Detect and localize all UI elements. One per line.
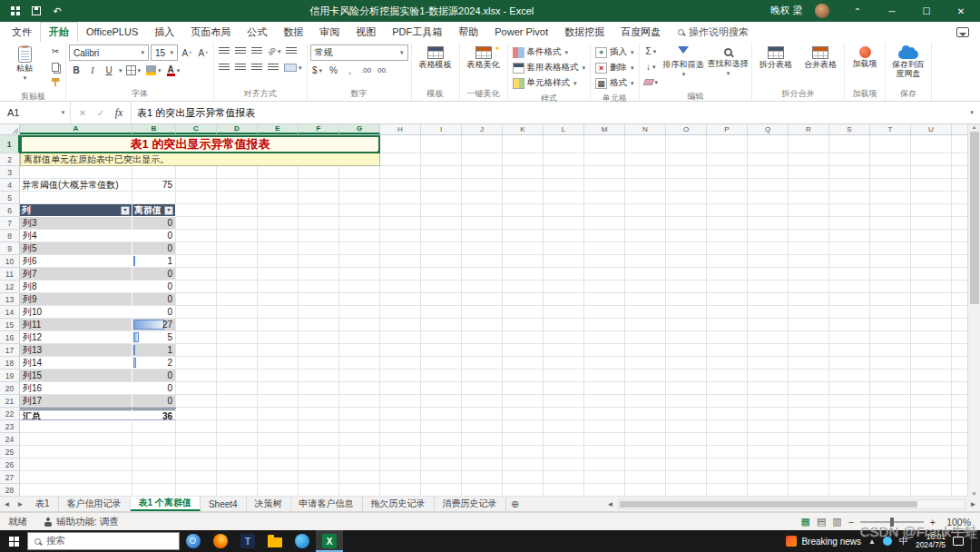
cell-N17[interactable] [625, 344, 666, 357]
formula-bar-expand[interactable]: ▾ [964, 102, 980, 123]
table-header-col[interactable]: 列▾ [20, 204, 132, 217]
cell-P8[interactable] [707, 230, 748, 242]
cell-C23[interactable] [176, 420, 217, 433]
vertical-scroll-thumb[interactable] [970, 132, 979, 304]
cell-G12[interactable] [339, 281, 380, 293]
cell-B23[interactable] [132, 420, 176, 433]
hscroll-track[interactable] [618, 499, 965, 509]
cell-I6[interactable] [421, 204, 462, 217]
cell-J9[interactable] [462, 242, 503, 255]
cell-O18[interactable] [666, 357, 707, 370]
cell-F16[interactable] [299, 331, 339, 344]
cell-G23[interactable] [339, 420, 380, 433]
column-header-A[interactable]: A [20, 124, 132, 134]
cell-F19[interactable] [299, 370, 339, 382]
cell-C19[interactable] [176, 370, 217, 382]
cell-U15[interactable] [911, 319, 952, 331]
cell-U13[interactable] [911, 293, 952, 306]
cell-H5[interactable] [380, 192, 421, 204]
column-header-D[interactable]: D [217, 124, 258, 134]
cell-N22[interactable] [625, 408, 666, 420]
cell-O25[interactable] [666, 446, 707, 458]
cell-U1[interactable] [911, 135, 952, 153]
cell-C6[interactable] [176, 204, 217, 217]
copy-button[interactable] [48, 60, 63, 74]
sheet-tab-Sheet4[interactable]: Sheet4 [201, 497, 247, 511]
filter-button-outliers[interactable]: ▾ [164, 206, 173, 215]
cell-P19[interactable] [707, 370, 748, 382]
cell-U4[interactable] [911, 179, 952, 192]
cell-C5[interactable] [176, 192, 217, 204]
cell-E10[interactable] [258, 255, 299, 268]
comma-style-button[interactable]: , [343, 64, 358, 77]
cell-P11[interactable] [707, 268, 748, 281]
cell-T5[interactable] [870, 192, 911, 204]
cell-R21[interactable] [789, 395, 829, 408]
cell-L28[interactable] [544, 484, 584, 497]
cell-I14[interactable] [421, 306, 462, 319]
cell-D5[interactable] [217, 192, 258, 204]
cell-E20[interactable] [258, 382, 299, 395]
cell-J24[interactable] [462, 433, 503, 446]
row-header-17[interactable]: 17 [0, 344, 20, 357]
delete-cells-button[interactable]: ×删除▾ [593, 60, 636, 75]
table-row-value[interactable]: 27 [132, 319, 176, 331]
filter-button-col[interactable]: ▾ [121, 206, 130, 215]
cell-M28[interactable] [584, 484, 625, 497]
cell-J17[interactable] [462, 344, 503, 357]
cell-L27[interactable] [544, 471, 584, 484]
cell-I28[interactable] [421, 484, 462, 497]
cell-H24[interactable] [380, 433, 421, 446]
shrink-font-button[interactable]: A˅ [196, 46, 211, 60]
cell-J5[interactable] [462, 192, 503, 204]
cell-F26[interactable] [299, 458, 339, 471]
wrap-text-button[interactable] [284, 44, 299, 58]
percent-style-button[interactable]: % [327, 64, 341, 77]
cell-S4[interactable] [829, 179, 870, 192]
table-row-label[interactable]: 列12 [20, 331, 132, 344]
conditional-formatting-button[interactable]: 条件格式▾ [511, 44, 588, 60]
cell-D6[interactable] [217, 204, 258, 217]
ribbon-tab-插入[interactable]: 插入 [146, 22, 182, 42]
cell-K13[interactable] [503, 293, 544, 306]
cell-P21[interactable] [707, 395, 748, 408]
cell-L14[interactable] [544, 306, 584, 319]
cell-L17[interactable] [544, 344, 584, 357]
cell-D8[interactable] [217, 230, 258, 242]
cell-S1[interactable] [829, 135, 870, 153]
orientation-button[interactable]: ab▾ [266, 44, 282, 58]
cell-I9[interactable] [421, 242, 462, 255]
number-format-select[interactable]: 常规▾ [310, 44, 408, 61]
font-size-select[interactable]: 15▾ [151, 44, 178, 61]
cell-T6[interactable] [870, 204, 911, 217]
cell-C17[interactable] [176, 344, 217, 357]
cell-J23[interactable] [462, 420, 503, 433]
cell-A28[interactable] [20, 484, 132, 497]
cell-I20[interactable] [421, 382, 462, 395]
cell-C13[interactable] [176, 293, 217, 306]
cell-F9[interactable] [299, 242, 339, 255]
cell-P10[interactable] [707, 255, 748, 268]
row-header-16[interactable]: 16 [0, 331, 20, 344]
cell-H26[interactable] [380, 458, 421, 471]
cell-S19[interactable] [829, 370, 870, 382]
cell-P6[interactable] [707, 204, 748, 217]
cell-K22[interactable] [503, 408, 544, 420]
threshold-label-cell[interactable]: 异常阈值(大概异常值数) [20, 179, 132, 192]
cell-G9[interactable] [339, 242, 380, 255]
cell-D7[interactable] [217, 217, 258, 230]
cell-F12[interactable] [299, 281, 339, 293]
cell-P12[interactable] [707, 281, 748, 293]
cell-B28[interactable] [132, 484, 176, 497]
fill-button[interactable]: ↓▾ [642, 60, 661, 74]
cell-U7[interactable] [911, 217, 952, 230]
cell-G7[interactable] [339, 217, 380, 230]
table-row-value[interactable]: 1 [132, 255, 176, 268]
cell-H19[interactable] [380, 370, 421, 382]
cell-I23[interactable] [421, 420, 462, 433]
insert-function-icon[interactable]: fx [111, 106, 127, 120]
cell-K3[interactable] [503, 166, 544, 179]
table-row-label[interactable]: 列11 [20, 319, 132, 331]
column-header-E[interactable]: E [258, 124, 299, 134]
row-header-22[interactable]: 22 [0, 408, 20, 420]
